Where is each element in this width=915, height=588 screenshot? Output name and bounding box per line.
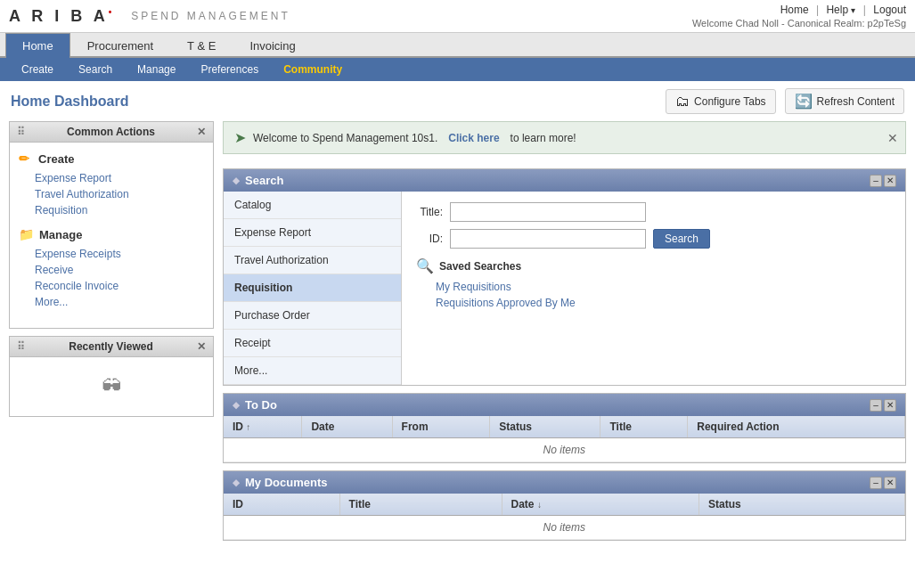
expense-receipts-link[interactable]: Expense Receipts (19, 246, 204, 262)
todo-col-required-action[interactable]: Required Action (688, 416, 905, 438)
saved-search-icon: 🔍 (416, 257, 434, 274)
common-actions-dots: ⠿ (17, 126, 25, 138)
tab-home[interactable]: Home (5, 33, 70, 58)
search-close-button[interactable]: ✕ (884, 175, 896, 187)
my-documents-section: My Documents – ✕ ID Title Date ↓ Status (223, 470, 906, 541)
subnav-create[interactable]: Create (9, 58, 66, 81)
requisition-link[interactable]: Requisition (19, 202, 204, 218)
banner-link[interactable]: Click here (448, 132, 499, 144)
todo-empty-message: No items (224, 438, 905, 462)
my-documents-title: My Documents (233, 476, 327, 489)
id-input[interactable] (450, 229, 646, 249)
logo-title: SPEND MANAGEMENT (131, 10, 290, 22)
search-requisition-item[interactable]: Requisition (224, 274, 401, 302)
search-more-item[interactable]: More... (224, 357, 401, 385)
configure-tabs-button[interactable]: 🗂 Configure Tabs (666, 89, 776, 114)
sub-nav: Create Search Manage Preferences Communi… (0, 58, 915, 81)
subnav-search[interactable]: Search (66, 58, 125, 81)
subnav-manage[interactable]: Manage (125, 58, 188, 81)
todo-minimize-button[interactable]: – (870, 399, 882, 412)
recently-viewed-body: 🕶 (10, 357, 213, 416)
mydoc-col-date[interactable]: Date ↓ (502, 494, 699, 516)
search-travel-auth-item[interactable]: Travel Authorization (224, 247, 401, 274)
my-documents-minimize-button[interactable]: – (870, 477, 882, 489)
search-title: Search (233, 174, 283, 187)
tab-invoicing[interactable]: Invoicing (233, 33, 312, 58)
common-actions-widget: ⠿ Common Actions ✕ Create Expense Report… (9, 121, 214, 329)
todo-col-status[interactable]: Status (490, 416, 600, 438)
subnav-preferences[interactable]: Preferences (188, 58, 271, 81)
title-row: Title: (416, 202, 891, 222)
saved-searches-title: 🔍 Saved Searches (416, 257, 891, 274)
header-actions: 🗂 Configure Tabs 🔄 Refresh Content (666, 88, 904, 114)
todo-col-date[interactable]: Date (302, 416, 392, 438)
folder-icon (19, 227, 34, 241)
receive-link[interactable]: Receive (19, 262, 204, 278)
content-area: ➤ Welcome to Spend Management 10s1. Clic… (223, 121, 906, 541)
refresh-icon: 🔄 (795, 93, 813, 110)
glasses-icon: 🕶 (19, 366, 204, 407)
mydoc-col-status[interactable]: Status (699, 494, 905, 516)
id-label: ID: (416, 233, 443, 245)
search-receipt-item[interactable]: Receipt (224, 330, 401, 357)
main-layout: ⠿ Common Actions ✕ Create Expense Report… (0, 121, 915, 550)
recently-viewed-dots: ⠿ (17, 340, 25, 353)
my-documents-empty-message: No items (224, 516, 905, 540)
nav-tabs: Home Procurement T & E Invoicing (0, 33, 915, 58)
id-row: ID: Search (416, 229, 891, 249)
search-button[interactable]: Search (653, 229, 710, 249)
welcome-text: Welcome Chad Noll - Canonical Realm: p2p… (692, 18, 906, 29)
saved-search-approved[interactable]: Requisitions Approved By Me (416, 295, 891, 311)
create-group: Create Expense Report Travel Authorizati… (19, 151, 204, 218)
todo-close-button[interactable]: ✕ (884, 399, 896, 412)
my-documents-empty-row: No items (224, 516, 905, 540)
pencil-icon (19, 151, 33, 166)
reconcile-invoice-link[interactable]: Reconcile Invoice (19, 278, 204, 294)
title-input[interactable] (450, 202, 646, 222)
search-right-form: Title: ID: Search 🔍 Saved Searches My R (402, 192, 905, 385)
banner-close-button[interactable]: ✕ (887, 131, 898, 145)
top-bar: A R I B A• SPEND MANAGEMENT Home | Help … (0, 0, 915, 33)
todo-title: To Do (233, 398, 277, 412)
todo-col-from[interactable]: From (392, 416, 490, 438)
recently-viewed-widget: ⠿ Recently Viewed ✕ 🕶 (9, 336, 214, 417)
expense-report-link[interactable]: Expense Report (19, 170, 204, 186)
home-link[interactable]: Home (780, 4, 809, 16)
mydoc-col-title[interactable]: Title (339, 494, 502, 516)
logout-link[interactable]: Logout (873, 4, 906, 16)
my-documents-controls: – ✕ (870, 477, 896, 489)
tab-te[interactable]: T & E (170, 33, 233, 58)
banner-text: Welcome to Spend Management 10s1. (253, 132, 437, 144)
search-po-item[interactable]: Purchase Order (224, 302, 401, 330)
my-documents-close-button[interactable]: ✕ (884, 477, 896, 489)
title-label: Title: (416, 206, 443, 218)
todo-table: ID ↑ Date From Status Title Required Act… (224, 416, 905, 462)
search-expense-report-item[interactable]: Expense Report (224, 219, 401, 247)
todo-section: To Do – ✕ ID ↑ Date From Status Title Re… (223, 393, 906, 463)
banner-arrow: ➤ (234, 129, 246, 146)
todo-header: To Do – ✕ (224, 394, 905, 416)
logo: A R I B A• SPEND MANAGEMENT (9, 7, 290, 26)
mydoc-col-id[interactable]: ID (224, 494, 339, 516)
search-section: Search – ✕ Catalog Expense Report Travel… (223, 168, 906, 386)
todo-col-id[interactable]: ID ↑ (224, 416, 302, 438)
todo-col-title[interactable]: Title (600, 416, 688, 438)
recently-viewed-close[interactable]: ✕ (197, 340, 206, 353)
subnav-community[interactable]: Community (271, 58, 355, 81)
travel-auth-link[interactable]: Travel Authorization (19, 186, 204, 202)
logo-bullet: • (109, 7, 116, 17)
saved-search-my-requisitions[interactable]: My Requisitions (416, 279, 891, 295)
page-title: Home Dashboard (11, 94, 128, 110)
top-links: Home | Help ▾ | Logout (692, 4, 906, 16)
todo-controls: – ✕ (870, 399, 896, 412)
search-minimize-button[interactable]: – (870, 175, 882, 187)
tab-procurement[interactable]: Procurement (70, 33, 170, 58)
more-manage-link[interactable]: More... (19, 294, 204, 310)
todo-empty-row: No items (224, 438, 905, 462)
page-header: Home Dashboard 🗂 Configure Tabs 🔄 Refres… (0, 81, 915, 121)
common-actions-close[interactable]: ✕ (197, 126, 206, 138)
help-link[interactable]: Help ▾ (826, 4, 855, 16)
refresh-content-button[interactable]: 🔄 Refresh Content (785, 88, 904, 114)
manage-group-title: Manage (19, 227, 204, 241)
search-catalog-item[interactable]: Catalog (224, 192, 401, 219)
